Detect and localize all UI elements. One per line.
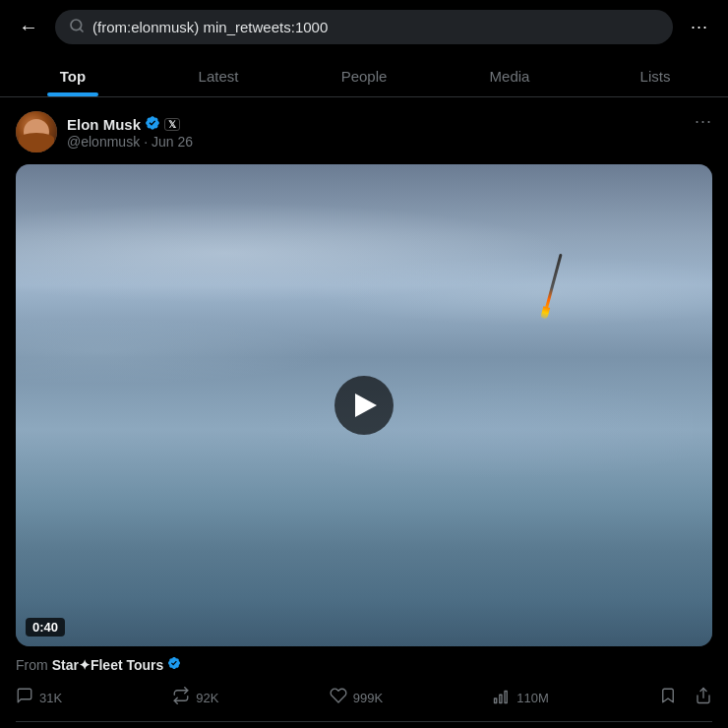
tweet-user-section: Elon Musk 𝕏 @elonmusk · Jun 26 [16, 111, 193, 152]
video-duration-badge: 0:40 [26, 618, 65, 637]
comment-icon [16, 687, 33, 709]
search-tabs: Top Latest People Media Lists [0, 54, 728, 97]
header: ← (from:elonmusk) min_retweets:1000 ··· [0, 0, 728, 54]
tab-lists[interactable]: Lists [582, 54, 728, 96]
views-icon [493, 687, 511, 709]
from-source-name[interactable]: Star✦Fleet Tours [52, 657, 164, 673]
svg-rect-4 [505, 692, 507, 703]
svg-rect-3 [500, 695, 502, 702]
header-more-button[interactable]: ··· [685, 17, 714, 37]
verified-icon [145, 115, 160, 134]
search-bar[interactable]: (from:elonmusk) min_retweets:1000 [55, 10, 673, 44]
tab-latest[interactable]: Latest [146, 54, 291, 96]
tweet-more-button[interactable]: ··· [695, 111, 712, 132]
from-label: From [16, 657, 48, 673]
cloud-decoration-4 [205, 381, 693, 479]
tweet-header: Elon Musk 𝕏 @elonmusk · Jun 26 ··· [16, 111, 712, 152]
tweet-card: Elon Musk 𝕏 @elonmusk · Jun 26 ··· [0, 97, 728, 722]
comment-count: 31K [39, 691, 62, 705]
bookmark-button[interactable] [659, 687, 677, 709]
svg-rect-2 [495, 698, 497, 703]
tweet-action-right-group [659, 687, 712, 709]
search-icon [69, 18, 85, 36]
like-icon [330, 687, 347, 709]
tweet-date: Jun 26 [152, 134, 193, 150]
tweet-user-info: Elon Musk 𝕏 @elonmusk · Jun 26 [67, 115, 193, 150]
x-badge: 𝕏 [164, 118, 180, 131]
retweet-action[interactable]: 92K [172, 687, 218, 709]
play-button[interactable] [334, 376, 394, 435]
like-count: 999K [353, 691, 383, 705]
share-button[interactable] [695, 687, 712, 709]
play-icon [355, 394, 377, 417]
tweet-actions: 31K 92K 999K [16, 679, 712, 722]
tweet-name-row: Elon Musk 𝕏 [67, 115, 193, 134]
tweet-video[interactable]: 0:40 [16, 164, 712, 646]
tab-media[interactable]: Media [437, 54, 582, 96]
from-attribution: From Star✦Fleet Tours [16, 656, 712, 673]
views-count: 110M [516, 691, 549, 705]
retweet-count: 92K [196, 691, 218, 705]
comment-action[interactable]: 31K [16, 687, 62, 709]
back-button[interactable]: ← [14, 16, 43, 38]
tweet-author-name[interactable]: Elon Musk [67, 116, 141, 133]
retweet-icon [172, 687, 190, 709]
tweet-date-separator: · [144, 134, 148, 150]
from-source-verified-icon [167, 656, 181, 673]
like-action[interactable]: 999K [330, 687, 383, 709]
tab-people[interactable]: People [291, 54, 437, 96]
svg-line-1 [80, 29, 83, 31]
avatar[interactable] [16, 111, 57, 152]
tweet-handle-date: @elonmusk · Jun 26 [67, 134, 193, 150]
views-action[interactable]: 110M [493, 687, 549, 709]
tweet-handle: @elonmusk [67, 134, 140, 150]
search-query-text: (from:elonmusk) min_retweets:1000 [92, 19, 328, 35]
tab-top[interactable]: Top [0, 54, 146, 96]
